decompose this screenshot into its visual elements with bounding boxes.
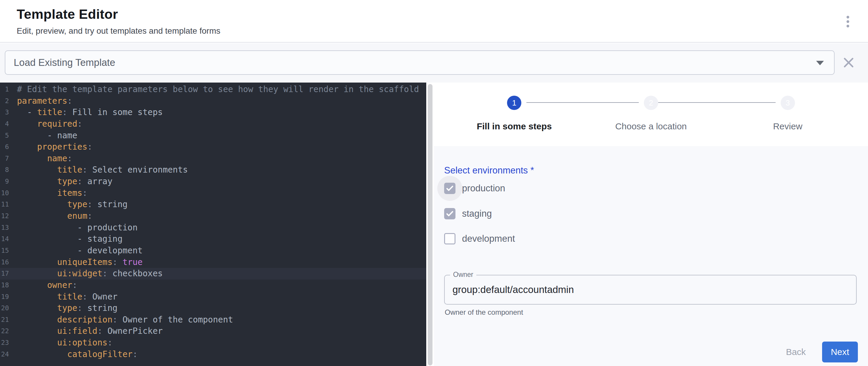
line-number: 22	[0, 326, 9, 337]
load-template-bar: Load Existing Template	[0, 43, 868, 83]
line-content: title: Owner	[9, 291, 118, 303]
code-line[interactable]: 20 type: string	[0, 303, 426, 314]
line-number: 13	[0, 222, 9, 234]
code-lines: 1# Edit the template parameters below to…	[0, 84, 426, 360]
code-line[interactable]: 24 catalogFilter:	[0, 349, 426, 360]
code-line[interactable]: 8 title: Select environments	[0, 164, 426, 176]
editor-scrollbar-thumb[interactable]	[428, 84, 433, 365]
code-line[interactable]: 5 - name	[0, 130, 426, 142]
line-number: 14	[0, 233, 9, 245]
line-content: ui:field: OwnerPicker	[9, 326, 163, 337]
editor-scrollbar[interactable]	[426, 83, 434, 366]
line-content: enum:	[9, 210, 92, 222]
code-line[interactable]: 4 required:	[0, 118, 426, 130]
code-line[interactable]: 16 uniqueItems: true	[0, 256, 426, 268]
template-preview-panel: 1Fill in some steps2Choose a location3Re…	[434, 83, 868, 366]
checkbox-label: production	[462, 183, 505, 194]
line-content: name:	[9, 153, 72, 164]
line-content: owner:	[9, 280, 77, 291]
environment-option-staging[interactable]: staging	[444, 207, 492, 221]
line-content: - production	[9, 222, 138, 234]
code-line[interactable]: 21 description: Owner of the component	[0, 314, 426, 326]
line-number: 24	[0, 349, 9, 360]
checkbox-label: development	[462, 233, 515, 244]
page-subtitle: Edit, preview, and try out templates and…	[17, 26, 220, 36]
code-line[interactable]: 13 - production	[0, 222, 426, 234]
stepper-step: 1Fill in some steps	[446, 83, 583, 146]
line-number: 16	[0, 256, 9, 268]
line-content: type: string	[9, 303, 118, 314]
stepper-step: 3Review	[719, 83, 856, 146]
checkbox-checked-icon[interactable]	[444, 183, 456, 194]
line-content: properties:	[9, 141, 92, 153]
step-number-badge: 2	[644, 96, 658, 110]
checkbox-unchecked-icon[interactable]	[444, 233, 456, 244]
checkbox-checked-icon[interactable]	[444, 208, 456, 219]
line-number: 18	[0, 280, 9, 291]
step-number-badge: 3	[781, 96, 795, 110]
code-line[interactable]: 9 type: array	[0, 176, 426, 187]
stepper-step: 2Choose a location	[583, 83, 719, 146]
line-content: description: Owner of the component	[9, 314, 233, 326]
code-line[interactable]: 2parameters:	[0, 95, 426, 107]
line-number: 8	[0, 164, 9, 176]
step-form: Select environments * productionstagingd…	[434, 146, 868, 366]
line-number: 3	[0, 107, 9, 118]
code-line[interactable]: 7 name:	[0, 153, 426, 164]
line-number: 9	[0, 176, 9, 187]
code-line[interactable]: 1# Edit the template parameters below to…	[0, 84, 426, 95]
code-line[interactable]: 12 enum:	[0, 210, 426, 222]
line-number: 7	[0, 153, 9, 164]
line-content: - title: Fill in some steps	[9, 107, 163, 118]
caret-down-icon	[816, 61, 824, 65]
line-number: 21	[0, 314, 9, 326]
line-number: 10	[0, 187, 9, 199]
close-icon	[842, 56, 856, 69]
code-line[interactable]: 19 title: Owner	[0, 291, 426, 303]
line-number: 20	[0, 303, 9, 314]
line-content: type: array	[9, 176, 113, 187]
step-number-badge: 1	[507, 96, 521, 110]
load-existing-template-placeholder: Load Existing Template	[14, 57, 115, 68]
line-number: 19	[0, 291, 9, 303]
code-line[interactable]: 10 items:	[0, 187, 426, 199]
line-number: 11	[0, 199, 9, 210]
clear-template-button[interactable]	[839, 53, 858, 72]
step-label: Choose a location	[615, 121, 687, 131]
step-label: Fill in some steps	[476, 121, 552, 131]
line-content: required:	[9, 118, 82, 130]
code-editor[interactable]: 1# Edit the template parameters below to…	[0, 83, 426, 366]
line-content: uniqueItems: true	[9, 256, 143, 268]
owner-input[interactable]	[453, 275, 849, 304]
stepper: 1Fill in some steps2Choose a location3Re…	[434, 83, 868, 146]
environment-option-development[interactable]: development	[444, 232, 515, 246]
line-number: 1	[0, 84, 9, 95]
environment-option-production[interactable]: production	[444, 181, 505, 195]
line-content: - staging	[9, 233, 123, 245]
line-content: - name	[9, 130, 77, 142]
code-line[interactable]: 3 - title: Fill in some steps	[0, 107, 426, 118]
code-line[interactable]: 15 - development	[0, 245, 426, 256]
code-line[interactable]: 11 type: string	[0, 199, 426, 210]
page-title: Template Editor	[17, 6, 118, 22]
line-number: 5	[0, 130, 9, 142]
line-number: 23	[0, 337, 9, 349]
code-line[interactable]: 22 ui:field: OwnerPicker	[0, 326, 426, 337]
checkbox-label: staging	[462, 208, 492, 219]
line-number: 17	[0, 268, 9, 280]
owner-field: Owner	[444, 275, 857, 305]
load-existing-template-select[interactable]: Load Existing Template	[5, 50, 835, 75]
line-number: 2	[0, 95, 9, 107]
code-line[interactable]: 6 properties:	[0, 141, 426, 153]
code-line[interactable]: 17 ui:widget: checkboxes	[0, 268, 426, 280]
select-environments-label: Select environments *	[444, 165, 534, 176]
back-button[interactable]: Back	[777, 341, 815, 362]
code-line[interactable]: 14 - staging	[0, 233, 426, 245]
code-line[interactable]: 23 ui:options:	[0, 337, 426, 349]
owner-helper-text: Owner of the component	[445, 308, 523, 316]
next-button[interactable]: Next	[822, 341, 858, 362]
line-number: 6	[0, 141, 9, 153]
code-line[interactable]: 18 owner:	[0, 280, 426, 291]
kebab-menu-button[interactable]	[839, 12, 856, 31]
line-content: type: string	[9, 199, 128, 210]
